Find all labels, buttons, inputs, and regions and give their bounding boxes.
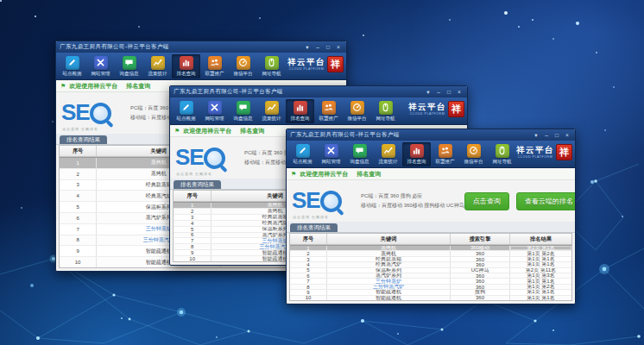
toolbar-items: 站点检测网站管理询盘信息流量统计排名查询联盟推广微信平台网址导航 bbox=[288, 142, 516, 166]
toolbar-item-ranking-query[interactable]: 排名查询 bbox=[286, 99, 314, 123]
toolbar-item-label: 询盘信息 bbox=[120, 71, 139, 77]
main-toolbar: 站点检测网站管理询盘信息流量统计排名查询联盟推广微信平台网址导航 祥云平台 CL… bbox=[56, 53, 346, 80]
skin-button[interactable]: ▾ bbox=[424, 88, 432, 97]
toolbar-item-site-manage[interactable]: 网站管理 bbox=[317, 142, 345, 166]
toolbar-item-site-check[interactable]: 站点检测 bbox=[58, 54, 86, 78]
minimize-button[interactable]: – bbox=[542, 131, 551, 140]
toolbar-item-label: 网址导航 bbox=[262, 71, 281, 77]
view-cloud-ranking-button[interactable]: 查看云端的排名 bbox=[516, 192, 576, 210]
close-button[interactable]: × bbox=[563, 131, 571, 140]
query-button[interactable]: 点击查询 bbox=[464, 192, 509, 210]
table-row[interactable]: 10智能疏通机360第1页 第1名 bbox=[290, 295, 571, 300]
ranking-query-icon bbox=[294, 101, 307, 115]
tab-ranking-results[interactable]: 排名查询结果 bbox=[290, 223, 338, 233]
close-button[interactable]: × bbox=[334, 43, 343, 52]
toolbar-item-site-nav[interactable]: 网址导航 bbox=[257, 54, 286, 78]
toolbar-item-traffic-stats[interactable]: 流量统计 bbox=[374, 142, 402, 166]
maximize-button[interactable]: □ bbox=[552, 131, 561, 140]
toolbar-item-ranking-query[interactable]: 排名查询 bbox=[172, 54, 200, 78]
toolbar-item-traffic-stats[interactable]: 流量统计 bbox=[257, 99, 286, 123]
flag-icon: ⚑ bbox=[174, 128, 180, 134]
cell-c4: 第1页 第1名 bbox=[510, 296, 571, 300]
toolbar-items: 站点检测网站管理询盘信息流量统计排名查询联盟推广微信平台网址导航 bbox=[58, 54, 286, 78]
window-controls: ▾ – □ × bbox=[303, 43, 343, 52]
toolbar-item-alliance-promo[interactable]: 联盟推广 bbox=[314, 99, 343, 123]
window-titlebar[interactable]: 广东九鼎王厨具有限公司-祥云平台客户端 ▾ – □ × bbox=[170, 86, 467, 97]
close-button[interactable]: × bbox=[455, 88, 464, 97]
toolbar-item-inquiry-message[interactable]: 询盘信息 bbox=[229, 99, 257, 123]
seo-logo: SE 点击查询 全网排名 bbox=[175, 142, 239, 173]
toolbar-item-label: 网址导航 bbox=[376, 116, 395, 122]
skin-button[interactable]: ▾ bbox=[532, 131, 540, 140]
alliance-promo-icon bbox=[322, 101, 336, 115]
toolbar-item-site-check[interactable]: 站点检测 bbox=[288, 142, 317, 166]
col-header-keyword: 关键词 bbox=[327, 234, 451, 244]
toolbar-item-ranking-query[interactable]: 排名查询 bbox=[402, 142, 431, 166]
minimize-button[interactable]: – bbox=[313, 43, 322, 52]
engine-description: PC端：百度 360 搜狗 必应 移动端：百度移动 360移动 搜狗移动 UC神… bbox=[361, 191, 464, 211]
toolbar-item-site-nav[interactable]: 网址导航 bbox=[488, 142, 516, 166]
inquiry-message-icon bbox=[123, 56, 136, 70]
maximize-button[interactable]: □ bbox=[324, 43, 332, 52]
seo-logo-text: SE bbox=[292, 191, 320, 210]
main-toolbar: 站点检测网站管理询盘信息流量统计排名查询联盟推广微信平台网址导航 祥云平台 CL… bbox=[287, 141, 575, 168]
site-check-icon bbox=[66, 56, 79, 70]
toolbar-item-alliance-promo[interactable]: 联盟推广 bbox=[431, 142, 459, 166]
cell-c1: 1 bbox=[60, 158, 97, 168]
toolbar-item-label: 排名查询 bbox=[291, 116, 310, 122]
brand-subtitle: CLOUD PLATFORM bbox=[518, 155, 552, 159]
site-nav-icon bbox=[379, 101, 393, 115]
toolbar-item-label: 询盘信息 bbox=[234, 116, 253, 122]
toolbar-item-site-check[interactable]: 站点检测 bbox=[172, 99, 200, 123]
toolbar-item-label: 网站管理 bbox=[92, 71, 110, 77]
inquiry-message-icon bbox=[237, 101, 250, 115]
toolbar-item-wechat-platform[interactable]: 微信平台 bbox=[343, 99, 371, 123]
toolbar-item-label: 微信平台 bbox=[464, 159, 483, 165]
window-titlebar[interactable]: 广东九鼎王厨具有限公司-祥云平台客户端 ▾ – □ × bbox=[56, 41, 346, 53]
section-title: 排名查询 bbox=[357, 170, 381, 179]
tab-ranking-results[interactable]: 排名查询结果 bbox=[60, 135, 107, 145]
cell-c3: 360 bbox=[451, 296, 510, 300]
alliance-promo-icon bbox=[208, 56, 222, 70]
minimize-button[interactable]: – bbox=[434, 88, 443, 97]
window-titlebar[interactable]: 广东九鼎王厨具有限公司-祥云平台客户端 ▾ – □ × bbox=[287, 129, 575, 141]
cell-c1: 9 bbox=[60, 246, 97, 256]
window-title: 广东九鼎王厨具有限公司-祥云平台客户端 bbox=[290, 131, 400, 139]
toolbar-item-wechat-platform[interactable]: 微信平台 bbox=[459, 142, 488, 166]
seo-logo: SE 点击查询 全网排名 bbox=[61, 97, 125, 129]
toolbar-item-label: 网站管理 bbox=[322, 159, 341, 165]
brand-logo: 祥云平台 CLOUD PLATFORM 祥 bbox=[287, 56, 344, 72]
brand-logo: 祥云平台 CLOUD PLATFORM 祥 bbox=[408, 101, 464, 117]
seo-tagline: 点击查询 全网排名 bbox=[176, 172, 212, 176]
maximize-button[interactable]: □ bbox=[445, 88, 453, 97]
app-window[interactable]: 广东九鼎王厨具有限公司-祥云平台客户端 ▾ – □ × 站点检测网站管理询盘信息… bbox=[286, 129, 576, 304]
toolbar-item-alliance-promo[interactable]: 联盟推广 bbox=[200, 54, 229, 78]
toolbar-item-traffic-stats[interactable]: 流量统计 bbox=[143, 54, 172, 78]
seo-tagline: 点击查询 全网排名 bbox=[293, 215, 329, 219]
toolbar-item-inquiry-message[interactable]: 询盘信息 bbox=[345, 142, 374, 166]
toolbar-item-wechat-platform[interactable]: 微信平台 bbox=[229, 54, 257, 78]
brand-seal-icon: 祥 bbox=[556, 144, 572, 160]
brand-logo: 祥云平台 CLOUD PLATFORM 祥 bbox=[516, 144, 572, 160]
skin-button[interactable]: ▾ bbox=[303, 43, 312, 52]
inquiry-message-icon bbox=[353, 144, 367, 158]
tab-ranking-results[interactable]: 排名查询结果 bbox=[174, 180, 221, 190]
main-toolbar: 站点检测网站管理询盘信息流量统计排名查询联盟推广微信平台网址导航 祥云平台 CL… bbox=[170, 97, 467, 125]
col-header-rank: 排名结果 bbox=[510, 234, 571, 244]
window-controls: ▾ – □ × bbox=[424, 88, 464, 97]
query-buttons: 点击查询 查看云端的排名 bbox=[464, 192, 576, 210]
cell-c1: 7 bbox=[60, 224, 97, 235]
seo-logo-text: SE bbox=[61, 103, 90, 122]
col-header-no: 序号 bbox=[174, 191, 212, 201]
toolbar-item-label: 站点检测 bbox=[177, 116, 196, 122]
wechat-platform-icon bbox=[350, 101, 364, 115]
magnifier-icon bbox=[204, 147, 225, 169]
toolbar-item-label: 联盟推广 bbox=[319, 116, 338, 122]
col-header-no: 序号 bbox=[290, 234, 327, 244]
toolbar-item-site-manage[interactable]: 网站管理 bbox=[200, 99, 229, 123]
toolbar-item-label: 排名查询 bbox=[177, 71, 196, 77]
toolbar-item-inquiry-message[interactable]: 询盘信息 bbox=[115, 54, 143, 78]
seo-tagline: 点击查询 全网排名 bbox=[62, 127, 98, 131]
toolbar-item-site-manage[interactable]: 网站管理 bbox=[86, 54, 115, 78]
toolbar-item-site-nav[interactable]: 网址导航 bbox=[371, 99, 400, 123]
